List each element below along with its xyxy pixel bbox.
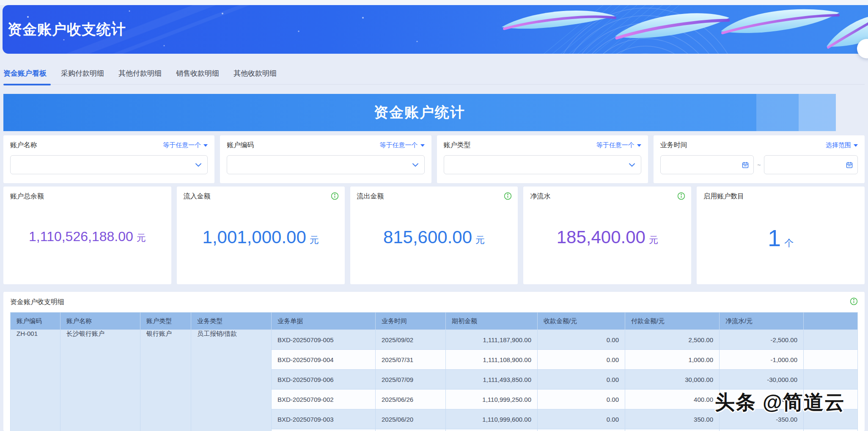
account-name-select[interactable] bbox=[10, 155, 208, 174]
cell-received: 0.00 bbox=[538, 390, 625, 409]
kpi-unit: 个 bbox=[784, 236, 794, 249]
cell-opening: 1,110,999,600.00 bbox=[446, 409, 538, 429]
tab-divider bbox=[3, 84, 865, 85]
kpi-net-flow: 净流水 185,400.00 元 bbox=[523, 187, 691, 284]
chevron-down-icon bbox=[412, 163, 418, 167]
cell-biz-doc: BXD-20250709-002 bbox=[272, 390, 376, 409]
cell-received: 0.00 bbox=[538, 350, 625, 370]
cell-empty bbox=[804, 429, 858, 431]
date-range-separator: ~ bbox=[757, 162, 761, 168]
cell-opening: 1,111,108,900.00 bbox=[446, 350, 538, 370]
cell-biz-doc: BXD-20250709-003 bbox=[272, 409, 376, 429]
cell-biz-doc: BXD-20250709-004 bbox=[272, 350, 376, 370]
detail-table-title: 资金账户收支明细 bbox=[10, 298, 64, 307]
cell-opening: 1,111,493,850.00 bbox=[446, 370, 538, 390]
cell-biz-time: 2025/06/26 bbox=[376, 390, 446, 409]
filter-operator-dropdown[interactable]: 选择范围 bbox=[826, 141, 858, 149]
kpi-value: 1 bbox=[768, 224, 781, 251]
app-header-banner: 资金账户收支统计 bbox=[3, 5, 868, 54]
filter-operator-dropdown[interactable]: 等于任意一个 bbox=[596, 141, 641, 149]
chevron-down-icon bbox=[629, 163, 635, 167]
account-code-select[interactable] bbox=[227, 155, 424, 174]
cell-account-type: 银行账户 bbox=[140, 330, 191, 431]
start-date-input[interactable] bbox=[660, 155, 754, 174]
cell-account-code: ZH-001 bbox=[11, 330, 60, 431]
col-paid-amount: 付款金额/元 bbox=[625, 313, 720, 330]
section-banner-title: 资金账户统计 bbox=[3, 94, 836, 131]
kpi-value: 1,110,526,188.00 bbox=[29, 229, 133, 244]
cell-biz-doc: BXD-20250709-006 bbox=[272, 370, 376, 390]
col-biz-time: 业务时间 bbox=[376, 313, 446, 330]
cell-empty bbox=[720, 429, 804, 431]
info-icon[interactable] bbox=[850, 297, 858, 307]
col-opening-amount: 期初金额 bbox=[446, 313, 538, 330]
cell-empty bbox=[538, 429, 625, 431]
account-type-select[interactable] bbox=[444, 155, 641, 174]
kpi-row: 账户总余额 1,110,526,188.00 元 流入金额 1,001,000.… bbox=[3, 187, 865, 284]
cell-paid: 30,000.00 bbox=[625, 370, 720, 390]
cell-biz-time: 2025/07/31 bbox=[376, 350, 446, 370]
page-title: 资金账户收支统计 bbox=[8, 5, 126, 54]
cell-empty bbox=[272, 429, 376, 431]
end-date-input[interactable] bbox=[764, 155, 858, 174]
filter-operator-dropdown[interactable]: 等于任意一个 bbox=[380, 141, 425, 149]
cell-net: -2,500.00 bbox=[720, 330, 804, 350]
filter-operator-dropdown[interactable]: 等于任意一个 bbox=[163, 141, 208, 149]
col-empty bbox=[804, 313, 858, 330]
kpi-unit: 元 bbox=[137, 232, 146, 244]
filter-business-time: 业务时间 选择范围 ~ bbox=[654, 135, 865, 183]
kpi-label: 启用账户数目 bbox=[703, 192, 858, 201]
caret-down-icon bbox=[203, 144, 208, 147]
kpi-label: 流入金额 bbox=[184, 192, 338, 201]
cell-net: -1,000.00 bbox=[720, 350, 804, 370]
cell-received: 0.00 bbox=[538, 409, 625, 429]
info-icon[interactable] bbox=[677, 192, 685, 202]
table-row[interactable]: ZH-001 长沙银行账户 银行账户 员工报销/借款 BXD-20250709-… bbox=[11, 330, 858, 350]
filter-label: 账户编码 bbox=[227, 141, 254, 150]
filter-row: 账户名称 等于任意一个 账户编码 等于任意一个 bbox=[3, 135, 865, 183]
kpi-label: 流出金额 bbox=[357, 192, 511, 201]
info-icon[interactable] bbox=[504, 192, 512, 202]
cell-empty bbox=[804, 330, 858, 350]
tab-sales-receipt-detail[interactable]: 销售收款明细 bbox=[176, 69, 219, 79]
kpi-label: 净流水 bbox=[530, 192, 684, 201]
cell-opening: 1,111,187,900.00 bbox=[446, 330, 538, 350]
kpi-value: 185,400.00 bbox=[557, 227, 646, 247]
chevron-down-icon bbox=[195, 163, 201, 167]
kpi-value: 1,001,000.00 bbox=[203, 227, 306, 247]
kpi-inflow-amount: 流入金额 1,001,000.00 元 bbox=[177, 187, 345, 284]
filter-account-code: 账户编码 等于任意一个 bbox=[220, 135, 431, 183]
tab-purchase-payment-detail[interactable]: 采购付款明细 bbox=[61, 69, 104, 79]
tab-fund-account-board[interactable]: 资金账户看板 bbox=[3, 69, 47, 79]
filter-label: 账户名称 bbox=[10, 141, 37, 150]
filter-account-type: 账户类型 等于任意一个 bbox=[437, 135, 648, 183]
cell-empty bbox=[804, 370, 858, 390]
kpi-unit: 元 bbox=[475, 233, 485, 246]
filter-account-name: 账户名称 等于任意一个 bbox=[3, 135, 214, 183]
cell-empty bbox=[376, 429, 446, 431]
col-account-code: 账户编码 bbox=[11, 313, 60, 330]
section-banner: 资金账户统计 bbox=[3, 94, 836, 131]
cell-received: 0.00 bbox=[538, 370, 625, 390]
cell-opening: 1,110,999,250.00 bbox=[446, 390, 538, 409]
active-tab-indicator bbox=[3, 84, 51, 85]
cell-biz-time: 2025/07/09 bbox=[376, 370, 446, 390]
col-net-flow: 净流水/元 bbox=[720, 313, 804, 330]
col-received-amount: 收款金额/元 bbox=[538, 313, 625, 330]
kpi-active-account-count: 启用账户数目 1 个 bbox=[697, 187, 865, 284]
caret-down-icon bbox=[420, 144, 425, 147]
tab-other-payment-detail[interactable]: 其他付款明细 bbox=[118, 69, 162, 79]
tab-other-receipt-detail[interactable]: 其他收款明细 bbox=[233, 69, 277, 79]
info-icon[interactable] bbox=[331, 192, 339, 202]
cell-paid: 1,000.00 bbox=[625, 350, 720, 370]
cell-biz-doc: BXD-20250709-005 bbox=[272, 330, 376, 350]
filter-label: 账户类型 bbox=[444, 141, 471, 150]
cell-account-name: 长沙银行账户 bbox=[60, 330, 140, 431]
dashboard-page: 资金账户收支统计 资金账户看板 采购付款明细 其他付款明细 销售收款明细 其他收… bbox=[0, 0, 868, 431]
cell-paid: 2,500.00 bbox=[625, 330, 720, 350]
cell-paid: 350.00 bbox=[625, 409, 720, 429]
cell-biz-time: 2025/09/02 bbox=[376, 330, 446, 350]
tab-bar: 资金账户看板 采购付款明细 其他付款明细 销售收款明细 其他收款明细 bbox=[3, 63, 865, 85]
cell-paid: 400.00 bbox=[625, 390, 720, 409]
cell-net: -30,000.00 bbox=[720, 370, 804, 390]
